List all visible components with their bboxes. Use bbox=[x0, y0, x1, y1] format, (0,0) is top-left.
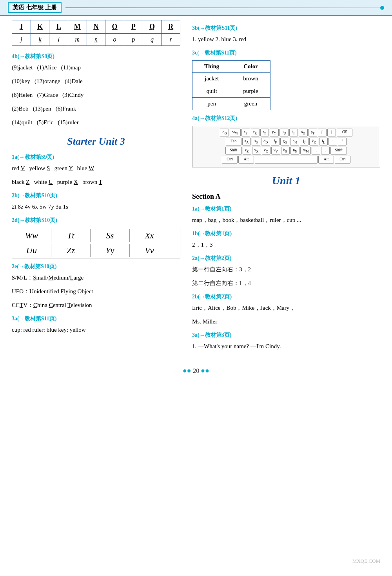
kb-period: . bbox=[321, 147, 330, 154]
content-area: J K L M N O P Q R j k l m n o p q r bbox=[0, 20, 392, 355]
kb-xX: xX bbox=[252, 147, 261, 154]
unit1-2a-line1: 第一行自左向右：3，2 bbox=[192, 264, 380, 275]
kb-shift: Shift bbox=[225, 147, 241, 154]
kb-alt: Alt bbox=[238, 156, 254, 164]
uppercase-row: J K L M N O P Q R bbox=[12, 20, 180, 34]
col-thing: Thing bbox=[192, 61, 231, 73]
kb-lL: lL bbox=[319, 138, 328, 145]
unit1-3a-line: 1. —What's your name? —I'm Cindy. bbox=[192, 341, 380, 352]
kb-bracket2: ] bbox=[327, 129, 336, 136]
color-row-pen: pen green bbox=[192, 98, 270, 110]
left-column: J K L M N O P Q R j k l m n o p q r bbox=[12, 20, 180, 355]
hw-Zz: Zz bbox=[51, 244, 91, 257]
letter-n: n bbox=[87, 34, 105, 46]
color-row-quilt: quilt purple bbox=[192, 85, 270, 98]
hw-Vv: Vv bbox=[130, 244, 169, 257]
kb-yY: yY bbox=[270, 129, 279, 136]
section-2b-ref: 2b(→教材第S10页) bbox=[12, 192, 180, 199]
kb-qQ: qQ bbox=[220, 129, 229, 136]
kb-pP: pP bbox=[309, 129, 317, 136]
2e-line3: CCTV：China Central Television bbox=[12, 300, 180, 311]
kb-quote: ' bbox=[338, 138, 347, 145]
hw-Tt: Tt bbox=[51, 229, 91, 242]
kb-row-3: Shift zZ xX cC vV bB nN mM , . Shift bbox=[195, 147, 377, 154]
kb-oO: oO bbox=[299, 129, 308, 136]
thing-quilt: quilt bbox=[192, 85, 231, 98]
section-a-title: Section A bbox=[192, 193, 380, 201]
handwriting-area: Ww Tt Ss Xx Uu Zz Yy Vv bbox=[12, 228, 180, 258]
1a-line2: black Z white U purple X brown T bbox=[12, 177, 180, 187]
color-row-jacket: jacket brown bbox=[192, 73, 270, 85]
kb-ctrl-r: Ctrl bbox=[335, 156, 350, 164]
alphabet-table: J K L M N O P Q R j k l m n o p q r bbox=[12, 20, 180, 46]
kb-aA: aA bbox=[242, 138, 251, 145]
page-header: 英语 七年级 上册 bbox=[0, 0, 392, 16]
keyboard-area: qQ wW eE rR tT yY uU iI oO pP [ ] ⌫ Tab … bbox=[192, 126, 380, 167]
page-number: 20 bbox=[193, 367, 199, 374]
hw-Uu: Uu bbox=[12, 244, 51, 257]
hw-row-1: Ww Tt Ss Xx bbox=[12, 228, 180, 243]
kb-iI: iI bbox=[289, 129, 298, 136]
kb-mM: mM bbox=[300, 147, 311, 154]
page-number-area: — ●● 20 ●● — bbox=[0, 367, 392, 375]
unit1-2b-ref: 2b(→教材第2页) bbox=[192, 293, 380, 300]
letter-p: p bbox=[124, 34, 143, 46]
page-title: 英语 七年级 上册 bbox=[8, 2, 62, 13]
kb-row-1: qQ wW eE rR tT yY uU iI oO pP [ ] ⌫ bbox=[195, 129, 377, 136]
unit1-2b-line1: Eric，Alice，Bob，Mike，Jack，Mary， bbox=[192, 303, 380, 313]
kb-ctrl: Ctrl bbox=[222, 156, 238, 164]
3b-line: 1. yellow 2. blue 3. red bbox=[192, 34, 380, 45]
2e-line1: S/M/L：Small/Medium/Large bbox=[12, 273, 180, 283]
hw-Xx: Xx bbox=[130, 229, 169, 242]
letter-O: O bbox=[105, 20, 124, 34]
kb-sS: sS bbox=[252, 138, 260, 145]
kb-jJ: jJ bbox=[300, 138, 309, 145]
kb-space bbox=[255, 156, 318, 164]
letter-L: L bbox=[49, 20, 68, 34]
watermark: MXQE.COM bbox=[352, 558, 380, 564]
color-purple: purple bbox=[231, 85, 270, 98]
4b-line1: (9)jacket (1)Alice (11)map bbox=[12, 62, 180, 73]
letter-m: m bbox=[68, 34, 87, 46]
kb-vV: vV bbox=[271, 147, 280, 154]
section-2d-ref: 2d(→教材第S10页) bbox=[12, 217, 180, 224]
kb-dD: dD bbox=[261, 138, 270, 145]
color-brown: brown bbox=[231, 73, 270, 85]
color-table-header: Thing Color bbox=[192, 61, 270, 73]
letter-N: N bbox=[87, 20, 105, 34]
kb-zZ: zZ bbox=[243, 147, 251, 154]
kb-bracket1: [ bbox=[318, 129, 327, 136]
thing-jacket: jacket bbox=[192, 73, 231, 85]
unit1-2a-ref: 2a(→教材第2页) bbox=[192, 255, 380, 262]
kb-rR: rR bbox=[251, 129, 260, 136]
kb-tab: Tab bbox=[226, 138, 241, 145]
dots-right: ●● — bbox=[201, 367, 218, 374]
unit1-2b-line2: Ms. Miller bbox=[192, 316, 380, 327]
section-2e-ref: 2e(→教材第S10页) bbox=[12, 263, 180, 270]
section-4a-ref: 4a(→教材第S12页) bbox=[192, 115, 380, 122]
kb-row-4: Ctrl Alt Alt Ctrl bbox=[195, 156, 377, 164]
kb-wW: wW bbox=[230, 129, 240, 136]
unit1-1a-line: map，bag，book，basketball，ruler，cup ... bbox=[192, 215, 380, 225]
hw-Ww: Ww bbox=[12, 229, 51, 242]
kb-bB: bB bbox=[281, 147, 290, 154]
hw-row-2: Uu Zz Yy Vv bbox=[12, 243, 180, 258]
col-color: Color bbox=[231, 61, 270, 73]
kb-hH: hH bbox=[290, 138, 299, 145]
unit1-title: Unit 1 bbox=[192, 174, 380, 187]
kb-comma: , bbox=[312, 147, 320, 154]
kb-eE: eE bbox=[241, 129, 250, 136]
section-3b-ref: 3b(→教材第S11页) bbox=[192, 25, 380, 32]
color-table: Thing Color jacket brown quilt purple pe… bbox=[192, 60, 270, 110]
thing-pen: pen bbox=[192, 98, 231, 110]
kb-uU: uU bbox=[279, 129, 289, 136]
letter-J: J bbox=[12, 20, 31, 34]
right-column: 3b(→教材第S11页) 1. yellow 2. blue 3. red 3c… bbox=[192, 20, 380, 355]
lowercase-row: j k l m n o p q r bbox=[12, 34, 180, 46]
kb-kK: kK bbox=[309, 138, 318, 145]
kb-fF: fF bbox=[271, 138, 279, 145]
letter-q: q bbox=[143, 34, 162, 46]
kb-tT: tT bbox=[260, 129, 269, 136]
letter-M: M bbox=[68, 20, 87, 34]
letter-o: o bbox=[105, 34, 124, 46]
